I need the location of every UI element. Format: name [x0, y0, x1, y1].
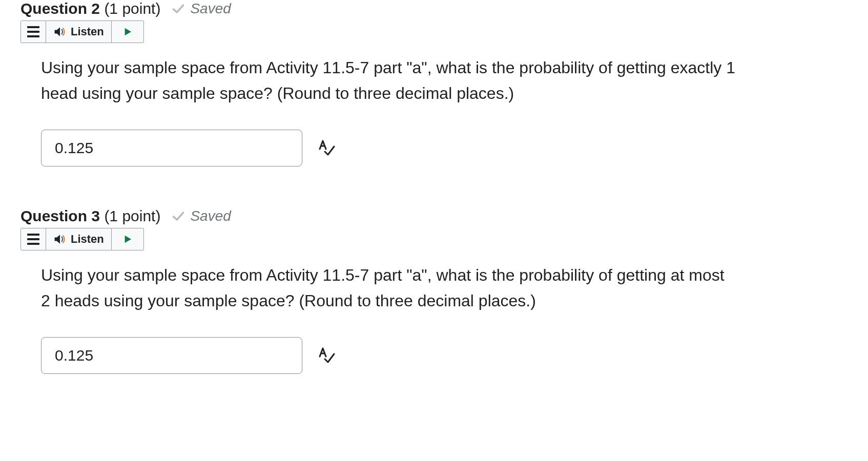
listen-toolbar: Listen [20, 228, 144, 250]
question-points: (1 point) [104, 0, 160, 17]
question-body: Using your sample space from Activity 11… [20, 55, 738, 166]
listen-label: Listen [71, 25, 104, 38]
play-button[interactable] [112, 21, 143, 43]
question-title: Question 3 (1 point) [20, 207, 160, 225]
saved-indicator: Saved [172, 1, 231, 17]
question-number: Question 2 [20, 0, 100, 17]
answer-row [41, 130, 738, 166]
saved-label: Saved [190, 1, 231, 17]
play-icon [123, 235, 132, 244]
answer-input[interactable] [41, 130, 302, 166]
hamburger-icon [27, 26, 39, 37]
listen-menu-button[interactable] [21, 21, 46, 43]
question-body: Using your sample space from Activity 11… [20, 263, 738, 374]
answer-input[interactable] [41, 337, 302, 374]
listen-toolbar: Listen [20, 20, 144, 43]
question-header: Question 3 (1 point) Saved [20, 207, 848, 225]
listen-menu-button[interactable] [21, 228, 46, 250]
question-block: Question 2 (1 point) Saved [20, 0, 848, 166]
spellcheck-icon[interactable] [317, 139, 335, 157]
answer-row [41, 337, 738, 374]
question-number: Question 3 [20, 207, 100, 224]
question-block: Question 3 (1 point) Saved [20, 207, 848, 374]
spellcheck-icon[interactable] [317, 346, 335, 365]
question-text: Using your sample space from Activity 11… [41, 55, 738, 106]
speaker-icon [53, 25, 67, 38]
listen-button[interactable]: Listen [46, 228, 112, 250]
question-text: Using your sample space from Activity 11… [41, 263, 738, 313]
saved-indicator: Saved [172, 208, 231, 224]
question-header: Question 2 (1 point) Saved [20, 0, 848, 17]
play-icon [123, 27, 132, 36]
listen-button[interactable]: Listen [46, 21, 112, 43]
speaker-icon [53, 233, 67, 246]
check-icon [172, 2, 185, 15]
hamburger-icon [27, 234, 39, 245]
listen-label: Listen [71, 233, 104, 246]
saved-label: Saved [190, 208, 231, 224]
question-points: (1 point) [104, 207, 160, 224]
check-icon [172, 209, 185, 223]
play-button[interactable] [112, 228, 143, 250]
question-title: Question 2 (1 point) [20, 0, 160, 17]
